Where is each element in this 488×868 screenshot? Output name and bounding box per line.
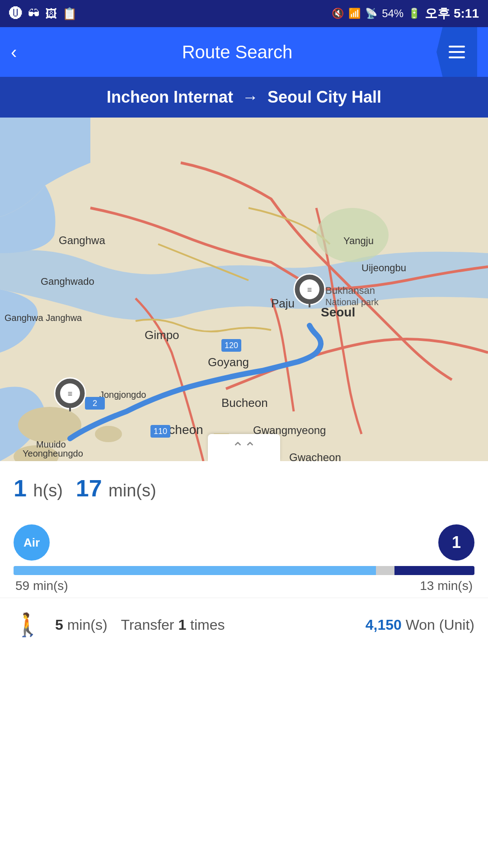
app-icon: 🅤	[9, 6, 23, 21]
gallery-icon: 🖼	[45, 7, 57, 21]
svg-text:Gwacheon: Gwacheon	[289, 451, 341, 461]
journey-hours: 1	[14, 475, 27, 501]
journey-time: 1 h(s) 17 min(s)	[14, 475, 474, 502]
svg-text:Jongjongdo: Jongjongdo	[99, 390, 146, 400]
chevron-up-icon: ⌃⌃	[232, 440, 256, 455]
bus-number: 1	[452, 533, 461, 552]
status-time: 오후 5:11	[425, 5, 479, 22]
bus-badge: 1	[438, 524, 474, 561]
menu-button[interactable]	[436, 27, 477, 77]
svg-text:120: 120	[225, 341, 238, 350]
svg-text:≡: ≡	[68, 389, 73, 398]
walk-icon: 🚶	[14, 612, 42, 638]
svg-text:Ganghwado: Ganghwado	[41, 276, 94, 287]
svg-text:Bucheon: Bucheon	[221, 396, 268, 410]
walk-minutes: 5	[55, 617, 63, 633]
bus-segment-icon: 1	[438, 524, 474, 561]
price-value: 4,150	[366, 617, 402, 633]
bus-duration-label: 13 min(s)	[420, 579, 473, 593]
route-destination[interactable]: Seoul City Hall	[267, 88, 381, 107]
price-display: 4,150 Won (Unit)	[366, 617, 474, 633]
battery-percent: 54%	[382, 7, 404, 20]
svg-point-3	[95, 426, 122, 442]
wifi-icon: 📶	[348, 8, 361, 19]
air-badge: Air	[14, 524, 50, 561]
walk-unit: min(s)	[67, 617, 108, 633]
route-segments: Air 1 59 min(s) 13 min(s)	[0, 524, 488, 593]
journey-hours-unit: h(s)	[33, 481, 62, 500]
route-arrow-icon: →	[242, 88, 258, 107]
glasses-icon: 🕶	[28, 7, 40, 21]
svg-text:Seoul: Seoul	[321, 305, 355, 319]
bus-progress	[394, 566, 474, 575]
svg-text:Ganghwa Janghwa: Ganghwa Janghwa	[5, 313, 82, 323]
transfer-unit: times	[190, 617, 225, 633]
journey-minutes-unit: min(s)	[108, 481, 156, 500]
route-bar: Incheon Internat → Seoul City Hall	[0, 77, 488, 118]
svg-text:Yeongheungdo: Yeongheungdo	[23, 448, 83, 458]
transfer-times: 1	[178, 617, 186, 633]
transfer-info: Transfer 1 times	[121, 617, 225, 633]
gap-progress	[376, 566, 394, 575]
air-progress	[14, 566, 376, 575]
segment-icon-row: Air 1	[14, 524, 474, 561]
journey-info: 1 h(s) 17 min(s)	[0, 461, 488, 524]
svg-text:110: 110	[154, 427, 167, 436]
svg-text:Muuido: Muuido	[36, 439, 66, 449]
clipboard-icon: 📋	[62, 7, 77, 21]
air-label: Air	[23, 536, 40, 550]
status-right-icons: 🔇 📶 📡 54% 🔋 오후 5:11	[332, 5, 479, 22]
route-origin[interactable]: Incheon Internat	[107, 88, 233, 107]
status-bar: 🅤 🕶 🖼 📋 🔇 📶 📡 54% 🔋 오후 5:11	[0, 0, 488, 27]
map-view[interactable]: Ganghwa Ganghwado Ganghwa Janghwa Muuido…	[0, 118, 488, 461]
price-unit: Won (Unit)	[406, 617, 474, 633]
hamburger-icon	[449, 46, 465, 58]
footer-info: 🚶 5 min(s) Transfer 1 times 4,150 Won (U…	[0, 598, 488, 651]
svg-text:2: 2	[93, 399, 97, 408]
svg-text:Suwon: Suwon	[361, 460, 394, 461]
map-collapse-button[interactable]: ⌃⌃	[208, 434, 280, 461]
svg-text:Ganghwa: Ganghwa	[59, 234, 105, 246]
segment-progress-bar	[14, 566, 474, 575]
svg-text:Paju: Paju	[271, 297, 295, 310]
svg-text:Goyang: Goyang	[208, 355, 249, 369]
svg-text:Gimpo: Gimpo	[145, 328, 179, 342]
page-title: Route Search	[38, 42, 436, 62]
signal-icon: 📡	[365, 8, 377, 19]
svg-text:Uijeongbu: Uijeongbu	[361, 262, 406, 274]
journey-minutes: 17	[76, 475, 102, 501]
segment-labels: 59 min(s) 13 min(s)	[14, 579, 474, 593]
app-header: ‹ Route Search	[0, 27, 488, 77]
svg-text:Yangju: Yangju	[343, 235, 374, 246]
air-segment-icon: Air	[14, 524, 50, 561]
svg-text:≡: ≡	[307, 285, 312, 294]
walk-time: 5 min(s)	[55, 617, 108, 633]
battery-icon: 🔋	[408, 8, 420, 19]
back-button[interactable]: ‹	[11, 42, 38, 62]
mute-icon: 🔇	[332, 8, 344, 19]
transfer-label: Transfer	[121, 617, 174, 633]
status-left-icons: 🅤 🕶 🖼 📋	[9, 6, 77, 21]
air-duration-label: 59 min(s)	[15, 579, 68, 593]
svg-text:Bukhansan: Bukhansan	[325, 285, 375, 296]
